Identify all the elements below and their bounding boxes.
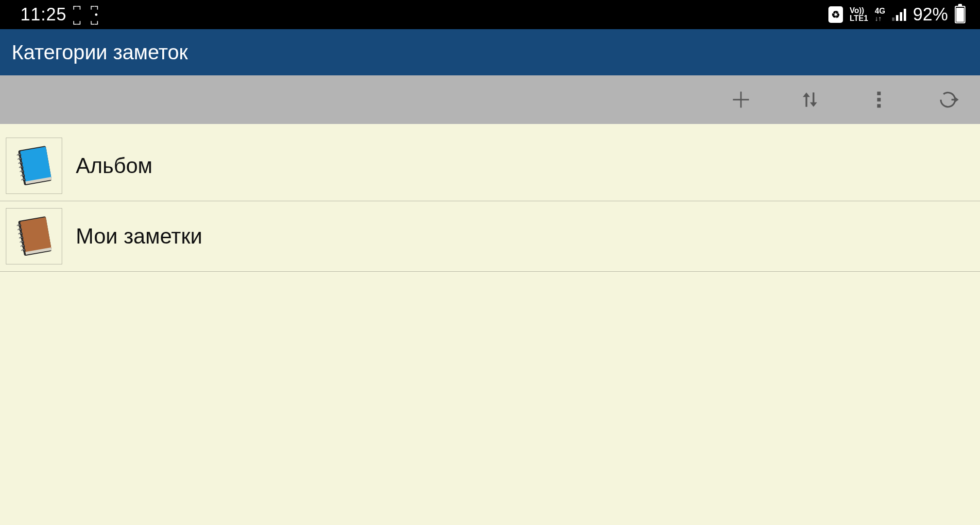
svg-rect-1 xyxy=(877,98,880,101)
battery-fill xyxy=(956,8,964,22)
svg-rect-2 xyxy=(877,104,880,107)
exit-icon xyxy=(937,89,959,110)
battery-percent: 92% xyxy=(913,4,948,25)
app-title-bar: Категории заметок xyxy=(0,29,980,75)
add-button[interactable] xyxy=(728,87,754,112)
page-title: Категории заметок xyxy=(12,41,188,64)
plus-icon xyxy=(730,89,752,110)
data-arrows-icon: ↓↑ xyxy=(875,15,885,22)
sort-button[interactable] xyxy=(797,87,823,112)
category-item[interactable]: Мои заметки xyxy=(0,201,980,272)
notebook-icon xyxy=(11,142,57,189)
status-bar: 11:25 ♻ Vo)) LTE1 4G ↓↑ 92% xyxy=(0,0,980,29)
action-toolbar xyxy=(0,75,980,124)
notebook-brown-icon xyxy=(6,208,62,264)
crop-icon xyxy=(73,9,84,20)
recycle-badge-icon: ♻ xyxy=(828,6,843,23)
status-right: ♻ Vo)) LTE1 4G ↓↑ 92% xyxy=(828,4,965,25)
category-item[interactable]: Альбом xyxy=(0,131,980,201)
status-left: 11:25 xyxy=(20,4,102,25)
notebook-icon xyxy=(11,213,57,260)
network-indicator: 4G ↓↑ xyxy=(875,7,885,22)
signal-icon xyxy=(892,8,906,21)
category-label: Альбом xyxy=(76,154,153,178)
more-vertical-icon xyxy=(868,89,890,110)
volte-top: Vo)) xyxy=(850,7,868,15)
exit-button[interactable] xyxy=(935,87,961,112)
network-gen: 4G xyxy=(875,7,885,15)
focus-icon xyxy=(91,9,102,20)
notebook-blue-icon xyxy=(6,138,62,194)
category-list: Альбом Мои заметки xyxy=(0,124,980,272)
sort-arrows-icon xyxy=(799,89,821,110)
status-time: 11:25 xyxy=(20,4,67,25)
category-label: Мои заметки xyxy=(76,224,202,248)
volte-bottom: LTE1 xyxy=(850,15,868,22)
more-button[interactable] xyxy=(866,87,892,112)
battery-icon xyxy=(955,6,965,23)
svg-rect-0 xyxy=(877,92,880,95)
volte-indicator: Vo)) LTE1 xyxy=(850,7,868,22)
